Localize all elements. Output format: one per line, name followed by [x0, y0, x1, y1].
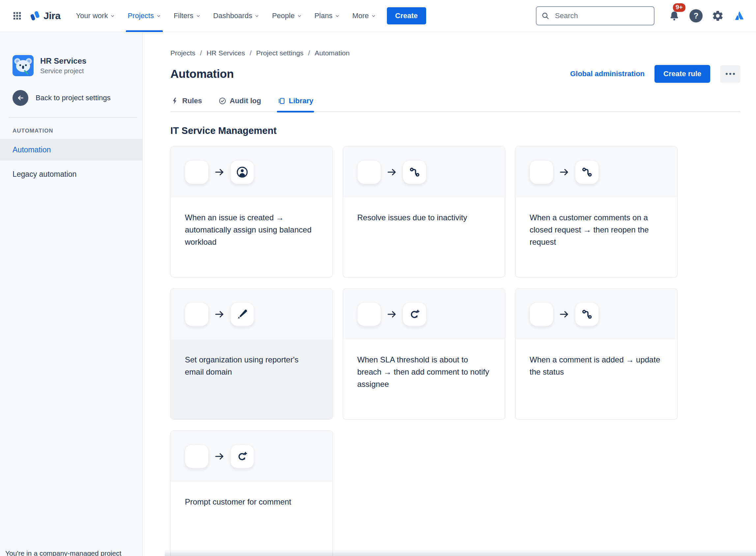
section-title: IT Service Management — [171, 125, 741, 136]
trigger-tile — [185, 303, 209, 326]
more-actions-button[interactable] — [720, 65, 741, 83]
breadcrumb-automation[interactable]: Automation — [315, 49, 350, 57]
nav-item-filters[interactable]: Filters — [167, 0, 207, 32]
project-name: HR Services — [40, 57, 86, 66]
notifications-badge: 9+ — [673, 3, 685, 12]
top-navigation: Jira Your work Projects Filters Dashboar… — [0, 0, 756, 32]
sidebar-item-legacy-automation[interactable]: Legacy automation — [0, 163, 142, 185]
workflow-branch-icon — [408, 166, 421, 178]
project-sidebar: HR Services Service project Back to proj… — [0, 32, 143, 556]
bell-icon — [669, 10, 680, 22]
card-text: When an issue is created → automatically… — [185, 211, 318, 248]
create-button[interactable]: Create — [387, 7, 426, 25]
card-grid: When an issue is created → automatically… — [171, 146, 741, 556]
card-body: When a customer comments on a closed req… — [516, 198, 677, 277]
settings-button[interactable] — [709, 7, 726, 25]
primary-nav: Your work Projects Filters Dashboards Pe… — [70, 0, 382, 32]
notifications-button[interactable]: 9+ — [666, 7, 683, 25]
atlassian-logo — [731, 7, 748, 25]
chevron-down-icon — [110, 13, 115, 19]
library-icon — [277, 97, 286, 105]
jira-mark-icon — [29, 10, 41, 22]
breadcrumb-hr-services[interactable]: HR Services — [206, 49, 245, 57]
card-text: When a customer comments on a closed req… — [530, 211, 663, 248]
automation-template-card[interactable]: Prompt customer for comment — [171, 430, 333, 556]
card-body: When SLA threshold is about to breach → … — [343, 340, 505, 419]
header-actions: Global administration Create rule — [570, 65, 741, 83]
nav-item-people[interactable]: People — [266, 0, 308, 32]
comment-add-icon — [236, 450, 249, 463]
nav-item-dashboards[interactable]: Dashboards — [207, 0, 266, 32]
trigger-tile — [357, 303, 381, 326]
card-text: When a comment is added → update the sta… — [530, 353, 663, 378]
automation-bolt-icon — [363, 166, 375, 178]
nav-item-more[interactable]: More — [346, 0, 382, 32]
trigger-tile — [530, 160, 553, 184]
card-text: When SLA threshold is about to breach → … — [357, 353, 490, 390]
nav-right-cluster: 9+ ? — [536, 6, 748, 25]
automation-template-card[interactable]: When SLA threshold is about to breach → … — [343, 288, 505, 419]
nav-item-your-work[interactable]: Your work — [70, 0, 121, 32]
breadcrumb-project-settings[interactable]: Project settings — [256, 49, 304, 57]
jira-logo-text: Jira — [43, 10, 60, 22]
card-icon-band — [516, 146, 677, 198]
chevron-down-icon — [371, 13, 376, 19]
automation-bolt-icon — [535, 166, 548, 178]
automation-template-card[interactable]: When a comment is added → update the sta… — [515, 288, 678, 419]
arrow-right-icon — [386, 167, 397, 177]
automation-template-card[interactable]: When an issue is created → automatically… — [171, 146, 333, 277]
trigger-tile — [185, 445, 209, 468]
sidebar-items: Automation Legacy automation — [0, 139, 142, 185]
app-switcher-button[interactable] — [10, 8, 25, 23]
action-tile — [230, 303, 254, 326]
card-icon-band — [171, 431, 333, 482]
chevron-down-icon — [297, 13, 302, 19]
trigger-tile — [357, 160, 381, 184]
tab-audit-log[interactable]: Audit log — [218, 94, 262, 111]
workflow-branch-icon — [581, 308, 593, 320]
automation-template-card[interactable]: When a customer comments on a closed req… — [515, 146, 678, 277]
action-tile — [403, 303, 426, 326]
action-tile — [230, 160, 254, 184]
main-content: Projects / HR Services / Project setting… — [143, 32, 756, 556]
breadcrumb-projects[interactable]: Projects — [171, 49, 195, 57]
comment-add-icon — [408, 308, 421, 320]
card-body: Prompt customer for comment — [171, 482, 333, 556]
card-icon-band — [516, 288, 677, 340]
back-to-project-settings[interactable]: Back to project settings — [0, 90, 142, 106]
nav-item-plans[interactable]: Plans — [308, 0, 346, 32]
project-header: HR Services Service project — [0, 32, 142, 76]
jira-logo[interactable]: Jira — [29, 10, 60, 22]
atlassian-icon — [734, 10, 745, 22]
arrow-right-icon — [559, 167, 569, 177]
tab-rules[interactable]: Rules — [171, 94, 203, 111]
card-icon-band — [171, 146, 333, 198]
automation-template-card[interactable]: Set organization using reporter's email … — [171, 288, 333, 419]
automation-bolt-icon — [190, 450, 203, 463]
project-type-note: You're in a company-managed project — [5, 549, 121, 556]
action-tile — [575, 160, 599, 184]
automation-bolt-icon — [190, 166, 203, 178]
breadcrumb: Projects / HR Services / Project setting… — [171, 49, 741, 57]
page-title: Automation — [171, 67, 234, 80]
grid-icon — [12, 11, 22, 21]
automation-tabs: Rules Audit log Library — [171, 94, 741, 112]
chevron-down-icon — [156, 13, 161, 19]
automation-template-card[interactable]: Resolve issues due to inactivity — [343, 146, 505, 277]
create-rule-button[interactable]: Create rule — [654, 65, 710, 83]
question-icon: ? — [689, 9, 703, 23]
workflow-branch-icon — [581, 166, 593, 178]
action-tile — [230, 445, 254, 468]
nav-item-projects[interactable]: Projects — [121, 0, 167, 32]
search-icon — [541, 11, 550, 20]
user-circle-icon — [236, 166, 249, 178]
tab-library[interactable]: Library — [277, 94, 314, 111]
search-input[interactable] — [536, 6, 654, 25]
arrow-right-icon — [559, 309, 569, 319]
global-administration-link[interactable]: Global administration — [570, 70, 645, 78]
help-button[interactable]: ? — [687, 7, 705, 25]
trigger-tile — [185, 160, 209, 184]
card-icon-band — [343, 146, 505, 198]
sidebar-item-automation[interactable]: Automation — [0, 139, 142, 161]
project-type: Service project — [40, 67, 86, 75]
